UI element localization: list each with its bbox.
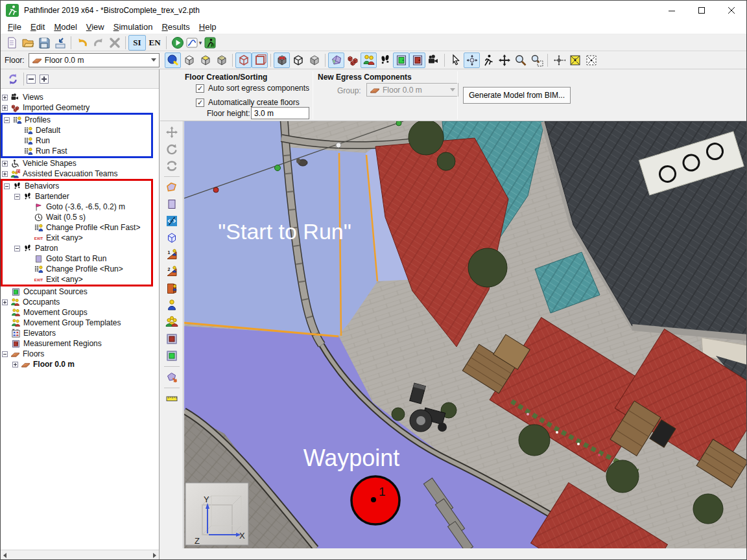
menu-edit[interactable]: Edit <box>26 21 49 33</box>
tree-item-run[interactable]: Run <box>3 135 151 146</box>
stair-tool-button[interactable]: 1 <box>163 246 181 263</box>
tree-item-occupant-sources[interactable]: Occupant Sources <box>1 286 159 297</box>
new-cube-top-button[interactable] <box>197 52 213 68</box>
auto-sort-checkbox[interactable]: ✓ Auto sort egress components <box>196 84 309 93</box>
walk-tool-button[interactable] <box>480 52 496 68</box>
tree-item-profiles[interactable]: Profiles <box>3 115 151 125</box>
tree-item-measurement-regions[interactable]: Measurement Regions <box>1 338 159 349</box>
group-tool-button[interactable] <box>163 314 181 331</box>
horizontal-scrollbar[interactable] <box>1 550 159 560</box>
floor-height-input[interactable] <box>251 107 309 119</box>
expand-icon[interactable] <box>2 171 8 177</box>
tree-item-exit-any[interactable]: EXITExit <any> <box>3 233 151 243</box>
tree-item-vehicle-shapes[interactable]: Vehicle Shapes <box>1 158 159 169</box>
wireframe-view-button[interactable] <box>290 52 306 68</box>
viewport-3d[interactable]: "Start to Run" Waypoint 1 <box>184 121 747 548</box>
simulation-settings-button[interactable] <box>202 35 218 51</box>
door-tool-button[interactable] <box>163 280 181 297</box>
tree-item-views[interactable]: Views <box>1 92 159 102</box>
tree-item-default[interactable]: Default <box>3 125 151 135</box>
ruler-tool-button[interactable] <box>163 390 181 407</box>
measurement-region-tool-button[interactable] <box>163 331 181 347</box>
egress-group-selector[interactable]: Floor 0.0 m <box>366 83 458 97</box>
new-document-button[interactable] <box>3 35 19 51</box>
solid-tool-button[interactable] <box>163 229 181 246</box>
open-button[interactable] <box>19 35 36 51</box>
tree-item-wait-0-5-s[interactable]: Wait (0.5 s) <box>3 212 151 222</box>
tree-item-bartender[interactable]: Bartender <box>3 191 151 202</box>
extract-floor-tool-button[interactable] <box>163 369 181 386</box>
menu-view[interactable]: View <box>82 21 109 33</box>
show-behaviors-button[interactable] <box>377 52 393 68</box>
polygon-tool-button[interactable] <box>163 179 181 196</box>
tree-item-floor-0-0-m[interactable]: Floor 0.0 m <box>1 359 159 369</box>
tree-item-movement-group-templates[interactable]: Movement Group Templates <box>1 318 159 328</box>
sync-selection-button[interactable] <box>5 71 21 87</box>
menu-help[interactable]: Help <box>195 21 221 33</box>
save-button[interactable] <box>36 35 52 51</box>
show-outline-button[interactable] <box>252 52 268 68</box>
ramp-tool-button[interactable]: 2 <box>163 263 181 280</box>
fit-view-button[interactable] <box>583 52 599 68</box>
expand-icon[interactable] <box>2 299 8 305</box>
tree-item-patron[interactable]: Patron <box>3 243 151 253</box>
edge-tool-button[interactable] <box>163 213 181 229</box>
undo-button[interactable] <box>74 35 90 51</box>
show-sources-button[interactable] <box>393 52 409 68</box>
orbit-tool-button[interactable] <box>464 52 480 68</box>
show-measurement-regions-button[interactable] <box>409 52 425 68</box>
new-cube-button[interactable] <box>181 52 197 68</box>
collapse-icon[interactable] <box>4 117 10 123</box>
rotate-tool-button[interactable] <box>163 141 181 158</box>
tree-item-run-fast[interactable]: Run Fast <box>3 146 151 156</box>
en-units-button[interactable]: EN <box>146 35 163 51</box>
pointer-tool-button[interactable] <box>447 52 464 68</box>
menu-model[interactable]: Model <box>49 21 81 33</box>
zoom-tool-button[interactable] <box>512 52 528 68</box>
tree-item-floors[interactable]: Floors <box>1 349 159 359</box>
collapse-icon[interactable] <box>2 351 8 357</box>
show-occupants-button[interactable] <box>361 52 377 68</box>
redo-button[interactable] <box>90 35 106 51</box>
expand-all-button[interactable] <box>40 75 49 84</box>
solid-view-button[interactable] <box>306 52 322 68</box>
auto-create-floors-checkbox[interactable]: ✓ Automatically create floors <box>196 98 300 107</box>
tree-item-exit-any[interactable]: EXITExit <any> <box>3 274 151 285</box>
si-units-button[interactable]: SI <box>128 35 146 51</box>
close-button[interactable] <box>717 1 746 20</box>
minimize-button[interactable] <box>657 1 687 20</box>
pan-tool-button[interactable] <box>496 52 512 68</box>
move-tool-button[interactable] <box>163 124 181 141</box>
generate-bim-button[interactable]: Generate Model from BIM... <box>463 87 571 104</box>
tree-item-assisted-evacuation-teams[interactable]: Assisted Evacuation Teams <box>1 169 159 179</box>
zoom-box-tool-button[interactable] <box>528 52 545 68</box>
select-tool-button[interactable] <box>165 52 181 68</box>
reset-view-button[interactable] <box>567 52 583 68</box>
expand-icon[interactable] <box>2 95 8 100</box>
menu-results[interactable]: Results <box>157 21 194 33</box>
tree-item-elevators[interactable]: Elevators <box>1 328 159 338</box>
menu-simulation[interactable]: Simulation <box>109 21 158 33</box>
show-results-button[interactable]: ▾ <box>185 35 202 51</box>
center-view-button[interactable] <box>551 52 567 68</box>
tree-item-goto-3-6-6-5-0-2-m[interactable]: Goto (-3.6, -6.5, 0.2) m <box>3 202 151 212</box>
roll-tool-button[interactable] <box>163 158 181 174</box>
collapse-all-button[interactable] <box>27 75 36 84</box>
rectangle-tool-button[interactable] <box>163 196 181 213</box>
expand-icon[interactable] <box>2 105 8 111</box>
show-imported-geometry-button[interactable] <box>344 52 361 68</box>
tree-item-imported-geometry[interactable]: Imported Geometry <box>1 102 159 113</box>
expand-icon[interactable] <box>2 161 8 167</box>
tree-item-behaviors[interactable]: Behaviors <box>3 181 151 191</box>
maximize-button[interactable] <box>687 1 717 20</box>
scroll-left-icon[interactable] <box>3 553 6 558</box>
tree-item-goto-start-to-run[interactable]: Goto Start to Run <box>3 253 151 264</box>
tree-item-change-profile-run[interactable]: Change Profile <Run> <box>3 264 151 274</box>
show-navmesh-button[interactable] <box>328 52 344 68</box>
floor-selector[interactable]: Floor 0.0 m <box>29 53 160 67</box>
show-wireframe-button[interactable] <box>235 52 252 68</box>
waypoint-marker[interactable]: 1 <box>351 476 399 524</box>
delete-button[interactable] <box>106 35 123 51</box>
run-simulation-button[interactable] <box>169 35 185 51</box>
expand-icon[interactable] <box>12 362 18 368</box>
